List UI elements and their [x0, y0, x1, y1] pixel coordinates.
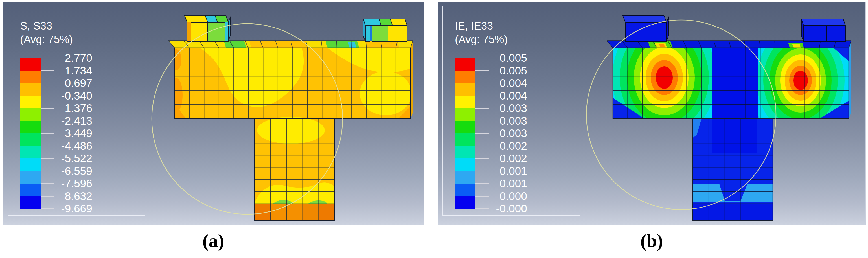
panel-b: IE, IE33 (Avg: 75%) 0.0050.0050.0040.004… [438, 2, 866, 225]
loading-block-left-b [623, 15, 669, 41]
loading-block-left-a [185, 15, 230, 41]
legend-a: S, S33 (Avg: 75%) 2.7701.7340.697-0.340-… [8, 6, 145, 216]
colorbar-swatch [20, 184, 41, 196]
colorbar-swatch [455, 133, 475, 146]
colorbar-swatch [20, 158, 41, 171]
colorbar-swatch [20, 121, 41, 134]
colorbar-swatch [20, 133, 41, 146]
colorbar-b: 0.0050.0050.0040.0040.0030.0030.0030.002… [443, 6, 580, 215]
colorbar-swatch [20, 146, 41, 159]
colorbar-value: 0.003 [476, 127, 527, 139]
loading-block-right-b [801, 19, 845, 41]
panel-a: S, S33 (Avg: 75%) 2.7701.7340.697-0.340-… [3, 2, 424, 225]
colorbar-value: 0.004 [476, 77, 527, 89]
legend-b: IE, IE33 (Avg: 75%) 0.0050.0050.0040.004… [442, 6, 580, 216]
loading-block-right-a [363, 19, 407, 41]
colorbar-value: -3.449 [41, 127, 92, 139]
colorbar-value: 0.001 [476, 178, 527, 190]
colorbar-swatch [20, 108, 41, 121]
colorbar-value: 0.004 [476, 90, 527, 102]
colorbar-value: 0.000 [476, 190, 527, 202]
colorbar-swatch [20, 58, 41, 71]
colorbar-value: -0.000 [476, 202, 527, 215]
colorbar-value: -1.376 [41, 102, 92, 115]
colorbar-swatch [455, 196, 475, 209]
colorbar-swatch [455, 171, 475, 184]
colorbar-swatch [455, 96, 475, 108]
colorbar-value: -9.669 [41, 202, 92, 215]
colorbar-value: 1.734 [41, 65, 92, 77]
colorbar-swatch [455, 146, 475, 159]
colorbar-value: 0.003 [476, 102, 527, 115]
colorbar-value: -0.340 [41, 90, 92, 102]
colorbar-swatch [455, 121, 475, 134]
colorbar-swatch [455, 71, 475, 84]
colorbar-swatch [455, 83, 475, 96]
colorbar-value: 0.005 [476, 52, 527, 64]
colorbar-swatch [20, 83, 41, 96]
colorbar-swatch [455, 158, 475, 171]
colorbar-swatch [20, 71, 41, 84]
colorbar-value: -2.413 [41, 115, 92, 127]
caption-a: (a) [3, 230, 424, 252]
colorbar-value: 0.697 [41, 77, 92, 89]
colorbar-swatch [20, 196, 41, 209]
figure-page: S, S33 (Avg: 75%) 2.7701.7340.697-0.340-… [0, 0, 868, 258]
colorbar-a: 2.7701.7340.697-0.340-1.376-2.413-3.449-… [8, 6, 145, 215]
colorbar-value: 2.770 [41, 52, 92, 64]
colorbar-value: -7.596 [41, 178, 92, 190]
caption-b: (b) [438, 230, 866, 252]
colorbar-value: -5.522 [41, 152, 92, 165]
colorbar-value: 0.002 [476, 152, 527, 165]
colorbar-value: -8.632 [41, 190, 92, 202]
colorbar-value: 0.003 [476, 115, 527, 127]
colorbar-swatch [455, 58, 475, 71]
colorbar-swatch [455, 184, 475, 196]
colorbar-value: 0.005 [476, 65, 527, 77]
colorbar-swatch [20, 96, 41, 108]
colorbar-swatch [455, 108, 475, 121]
colorbar-value: -4.486 [41, 140, 92, 152]
colorbar-value: 0.002 [476, 140, 527, 152]
colorbar-value: 0.001 [476, 165, 527, 178]
colorbar-swatch [20, 171, 41, 184]
colorbar-value: -6.559 [41, 165, 92, 178]
